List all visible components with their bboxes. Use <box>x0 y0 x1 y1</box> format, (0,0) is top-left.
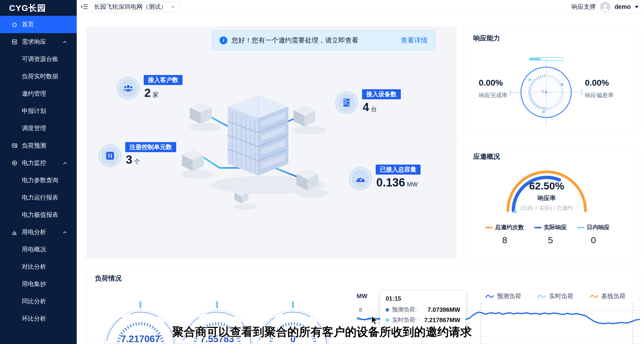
sidebar-item-home[interactable]: 首页 <box>0 16 77 33</box>
stat-value: 2家 <box>144 87 159 100</box>
sidebar-item-adjustable-resources[interactable]: 可调资源台账 <box>0 50 77 68</box>
sidebar-item-label: 需求响应 <box>22 38 46 46</box>
org-selector-value: 长园飞轮深圳电网（测试） <box>94 3 167 11</box>
stat-value: 4台 <box>363 101 377 114</box>
topbar: 长园飞轮深圳电网（测试） 响应支撑 demo <box>77 0 644 14</box>
response-capability-card: 响应能力 0.00% 响应完成率 0.00% 响应偏差率 <box>464 27 640 134</box>
sidebar-item-label: 首页 <box>22 20 34 29</box>
sidebar-item-demand-response[interactable]: 需求响应 <box>0 33 77 50</box>
stat-label: 已接入总容量 <box>376 165 421 175</box>
info-icon: i <box>220 36 227 44</box>
tooltip-row-realtime: 实时负荷: 7.217867MW <box>386 316 460 324</box>
sliders-icon <box>99 144 122 167</box>
response-rate-value: 62.50% <box>516 180 577 192</box>
legend-forecast-load[interactable]: 预测负荷 <box>485 292 521 300</box>
sidebar: CYG长园 首页 需求响应 可调资源台账 负荷实时数据 邀约管理 申报计划 调度… <box>0 0 77 344</box>
legend-total-invitations: 总邀约次数 8 <box>485 223 524 245</box>
demand-response-icon <box>12 39 18 45</box>
stat-value: 0.136MW <box>376 176 418 189</box>
wave-icon <box>538 294 546 299</box>
radar-gauge <box>510 56 582 129</box>
legend-swatch <box>485 227 493 228</box>
series-dot <box>386 318 389 322</box>
sidebar-item-comparison-analysis[interactable]: 对比分析 <box>0 258 77 275</box>
legend-swatch <box>577 227 584 228</box>
user-avatar[interactable] <box>600 2 610 12</box>
load-forecast-icon <box>12 143 18 149</box>
sidebar-item-mom-analysis[interactable]: 环比分析 <box>0 310 77 327</box>
power-monitor-icon <box>12 160 18 166</box>
series-dot <box>386 308 389 312</box>
chevron-up-icon <box>63 231 67 234</box>
legend-swatch <box>534 227 542 228</box>
sidebar-item-power-operation-report[interactable]: 电力运行报表 <box>0 189 77 206</box>
notification-banner: i 您好！您有一个邀约需要处理，请立即查看 查看详情 <box>212 30 435 50</box>
sidebar-item-power-parameter-query[interactable]: 电力参数查询 <box>0 172 77 189</box>
invitation-overview-card: 应邀概况 62.50% 响应率 (日内 + 实际) / 总邀约 总邀约次数 8 … <box>464 146 640 258</box>
wave-icon <box>485 294 494 299</box>
tooltip-time: 01:15 <box>386 295 460 302</box>
sidebar-item-invitation-management[interactable]: 邀约管理 <box>0 85 77 102</box>
person-icon <box>600 2 610 12</box>
view-details-link[interactable]: 查看详情 <box>401 36 428 45</box>
gauge-icon <box>349 167 372 190</box>
chart-legend: 预测负荷 实时负荷 基线负荷 <box>485 292 626 300</box>
sidebar-item-load-realtime-data[interactable]: 负荷实时数据 <box>0 68 77 85</box>
sidebar-item-power-monitoring[interactable]: 电力监控 <box>0 154 77 172</box>
menu-fold-icon[interactable] <box>81 4 88 10</box>
stat-label: 注册控制单元数 <box>125 142 176 152</box>
sidebar-item-power-analysis[interactable]: 用电分析 <box>0 223 77 241</box>
legend-baseline-load[interactable]: 基线负荷 <box>590 292 626 300</box>
sidebar-item-dispatch-management[interactable]: 调度管理 <box>0 120 77 137</box>
legend-intraday-response: 日内响应 0 <box>577 223 610 245</box>
video-subtitle: 聚合商可以查看到聚合的所有客户的设备所收到的邀约请求 <box>172 324 472 340</box>
stat-label: 接入客户数 <box>144 75 183 85</box>
user-name[interactable]: demo <box>615 3 631 10</box>
server-icon <box>335 91 358 114</box>
stat-value: 3个 <box>126 153 140 166</box>
stat-label: 接入设备数 <box>362 89 401 99</box>
card-title: 应邀概况 <box>473 152 500 161</box>
wave-icon <box>590 294 598 299</box>
response-rate-formula: (日内 + 实际) / 总邀约 <box>498 204 595 212</box>
sidebar-item-load-forecast[interactable]: 负荷预测 <box>0 137 77 154</box>
org-selector[interactable]: 长园飞轮深圳电网（测试） <box>89 2 180 12</box>
chart-tooltip: 01:15 预测负荷: 7.07386MW 实时负荷: 7.217867MW <box>380 291 466 328</box>
response-deviation-stat: 0.00% 响应偏差率 <box>585 78 630 99</box>
sidebar-item-yoy-analysis[interactable]: 同比分析 <box>0 293 77 310</box>
sidebar-item-declaration-plan[interactable]: 申报计划 <box>0 102 77 120</box>
caret-down-icon[interactable] <box>635 6 639 8</box>
tooltip-row-forecast: 预测负荷: 7.07386MW <box>386 306 460 314</box>
overview-illustration-card: i 您好！您有一个邀约需要处理，请立即查看 查看详情 接入客户数 2家 接入设备… <box>86 27 456 258</box>
invitation-legend: 总邀约次数 8 实际响应 5 日内响应 0 <box>485 223 610 245</box>
home-icon <box>12 22 18 28</box>
legend-realtime-load[interactable]: 实时负荷 <box>538 292 573 300</box>
sidebar-item-power-usage-overview[interactable]: 用电概况 <box>0 241 77 258</box>
chevron-up-icon <box>63 40 67 43</box>
support-link[interactable]: 响应支撑 <box>572 3 596 11</box>
chevron-up-icon <box>63 162 67 165</box>
sidebar-menu: 首页 需求响应 可调资源台账 负荷实时数据 邀约管理 申报计划 调度管理 负荷预… <box>0 16 77 327</box>
sidebar-item-meter-reading[interactable]: 用电集抄 <box>0 275 77 293</box>
users-icon <box>117 77 140 100</box>
legend-actual-response: 实际响应 5 <box>534 223 567 245</box>
card-title: 响应能力 <box>473 34 500 43</box>
banner-text: 您好！您有一个邀约需要处理，请立即查看 <box>232 36 358 45</box>
brand-logo: CYG长园 <box>9 2 46 14</box>
chevron-down-icon <box>171 5 175 8</box>
response-rate-label: 响应率 <box>516 194 577 202</box>
topbar-right: 响应支撑 demo <box>572 0 639 14</box>
sidebar-item-power-extreme-report[interactable]: 电力极值报表 <box>0 206 77 223</box>
bar-chart-icon <box>12 229 18 235</box>
